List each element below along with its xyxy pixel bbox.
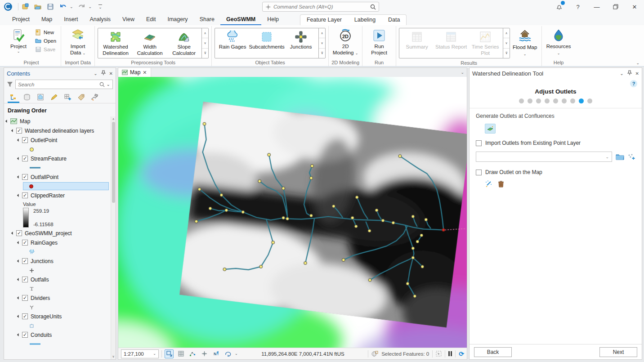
outlet-point[interactable]: [310, 165, 313, 168]
scroll-up-icon[interactable]: ∧: [503, 28, 510, 38]
list-by-snapping-tab[interactable]: [62, 92, 73, 103]
tab-map[interactable]: Map: [36, 14, 58, 25]
notifications-button[interactable]: [550, 0, 568, 13]
tree-item-raingages[interactable]: ✓RainGages: [4, 238, 111, 247]
edit-vertices-icon[interactable]: [188, 349, 197, 358]
width-calculation-button[interactable]: Width Calculation: [133, 30, 166, 58]
tab-options-icon[interactable]: ⌄: [461, 70, 464, 75]
symbol-row-storage[interactable]: [4, 321, 111, 330]
tab-share[interactable]: Share: [194, 14, 220, 25]
tab-labeling[interactable]: Labeling: [348, 15, 382, 25]
watershed-delineation-button[interactable]: Watershed Delineation: [99, 30, 132, 58]
expander-icon[interactable]: [5, 120, 9, 123]
outlet-point[interactable]: [420, 234, 423, 237]
outlet-point[interactable]: [258, 179, 261, 183]
rain-gages-button[interactable]: Rain Gages: [216, 30, 249, 51]
gallery-scroll[interactable]: ∧∨⊽: [201, 28, 208, 58]
slope-calculator-button[interactable]: Slope Calculator: [167, 30, 201, 58]
outlet-point[interactable]: [413, 295, 416, 298]
expander-icon[interactable]: [17, 175, 20, 179]
tree-item-storageunits[interactable]: ✓StorageUnits: [4, 312, 111, 321]
expander-icon[interactable]: [17, 139, 20, 142]
restore-button[interactable]: [606, 0, 625, 13]
undo-dropdown-icon[interactable]: ⌄: [70, 4, 73, 9]
scroll-up-icon[interactable]: ∧: [319, 28, 325, 38]
outlet-point[interactable]: [209, 207, 212, 210]
run-project-button[interactable]: Run Project: [365, 27, 393, 58]
help-button[interactable]: ?: [568, 0, 587, 13]
tab-imagery[interactable]: Imagery: [161, 14, 193, 25]
tree-item-outletpoint[interactable]: ✓OutletPoint: [4, 135, 111, 145]
tab-edit[interactable]: Edit: [140, 14, 162, 25]
gallery-scroll[interactable]: ∧∨⊽: [318, 28, 325, 58]
redo-icon[interactable]: [78, 3, 86, 11]
outlet-point[interactable]: [416, 240, 419, 243]
close-button[interactable]: ✕: [625, 0, 644, 13]
scroll-down-icon[interactable]: ∨: [112, 355, 114, 358]
pin-icon[interactable]: [627, 70, 632, 76]
redo-dropdown-icon[interactable]: ⌄: [89, 4, 92, 9]
outlet-point[interactable]: [304, 262, 307, 265]
expander-icon[interactable]: [17, 333, 20, 336]
scroll-thumb[interactable]: [112, 122, 115, 203]
outlet-point[interactable]: [342, 259, 345, 262]
layer-visibility-checkbox[interactable]: ✓: [16, 128, 22, 134]
scale-select[interactable]: 1:27,100 ⌄: [121, 349, 159, 358]
outlet-point[interactable]: [282, 187, 285, 190]
map-canvas[interactable]: [118, 77, 467, 348]
tree-item-geoswmm-project[interactable]: ✓GeoSWMM_project: [4, 228, 111, 238]
expander-icon[interactable]: [11, 129, 14, 132]
expander-icon[interactable]: [17, 157, 20, 160]
project-button[interactable]: Project ⌄: [4, 27, 32, 55]
command-search-input[interactable]: [273, 4, 368, 9]
outlet-point[interactable]: [286, 217, 289, 220]
search-icon[interactable]: [99, 82, 105, 87]
outlet-point[interactable]: [381, 219, 385, 222]
layer-visibility-checkbox[interactable]: ✓: [22, 277, 28, 282]
chevron-down-icon[interactable]: ⌄: [235, 352, 238, 356]
tree-item-outfalls[interactable]: ✓Outfalls: [4, 275, 111, 284]
map-image[interactable]: [118, 77, 467, 348]
tree-item-clippedraster[interactable]: ✓ClippedRaster: [4, 191, 111, 200]
outlet-point[interactable]: [355, 196, 358, 199]
selected-symbol-red-dot[interactable]: [23, 182, 109, 190]
expander-icon[interactable]: [17, 278, 20, 281]
symbol-row-red-dot[interactable]: [4, 182, 111, 191]
outlet-point[interactable]: [272, 241, 275, 244]
customize-toolbar-icon[interactable]: ⌄: [96, 3, 104, 11]
generate-outlets-button[interactable]: [485, 124, 496, 134]
expander-icon[interactable]: [17, 315, 20, 318]
outlet-point[interactable]: [368, 278, 371, 282]
outlet-point[interactable]: [268, 153, 271, 156]
tab-help[interactable]: Help: [261, 14, 285, 25]
list-by-drawing-order-tab[interactable]: [8, 92, 19, 103]
gallery-expand-icon[interactable]: ⊽: [202, 49, 208, 58]
scroll-up-icon[interactable]: ∧: [202, 28, 208, 38]
outlet-point[interactable]: [421, 265, 424, 268]
tree-item-conduits[interactable]: ✓Conduits: [4, 330, 111, 340]
undo-icon[interactable]: [59, 3, 67, 11]
layer-visibility-checkbox[interactable]: ✓: [22, 192, 28, 198]
draw-outlet-checkbox[interactable]: [476, 170, 482, 175]
tab-feature-layer[interactable]: Feature Layer: [300, 15, 348, 25]
draw-wand-icon[interactable]: [485, 180, 492, 188]
close-panel-icon[interactable]: ✕: [635, 71, 639, 76]
filter-icon[interactable]: [7, 81, 13, 87]
outlet-point[interactable]: [332, 205, 335, 208]
expander-icon[interactable]: [17, 194, 20, 197]
outlet-point[interactable]: [223, 268, 226, 271]
outlet-point[interactable]: [203, 122, 206, 125]
point-layer-select[interactable]: ⌄: [476, 152, 612, 162]
new-project-icon[interactable]: [21, 3, 29, 11]
coordinates-readout[interactable]: 11,895,264.80E 7,000,471.41N ftUS: [241, 351, 365, 357]
tab-geoswmm[interactable]: GeoSWMM: [220, 14, 261, 25]
tree-item-dividers[interactable]: ✓Dividers: [4, 293, 111, 303]
layer-visibility-checkbox[interactable]: ✓: [22, 258, 28, 264]
tree-item-watershed-delineation-layers[interactable]: ✓Watershed delineation layers: [4, 126, 111, 135]
symbol-row-divider[interactable]: [4, 303, 111, 312]
contents-search[interactable]: ⌄: [15, 80, 113, 89]
symbol-row-conduit[interactable]: [4, 340, 111, 349]
search-icon[interactable]: [370, 4, 376, 10]
outlet-point[interactable]: [411, 215, 415, 218]
contents-search-input[interactable]: [18, 82, 98, 87]
